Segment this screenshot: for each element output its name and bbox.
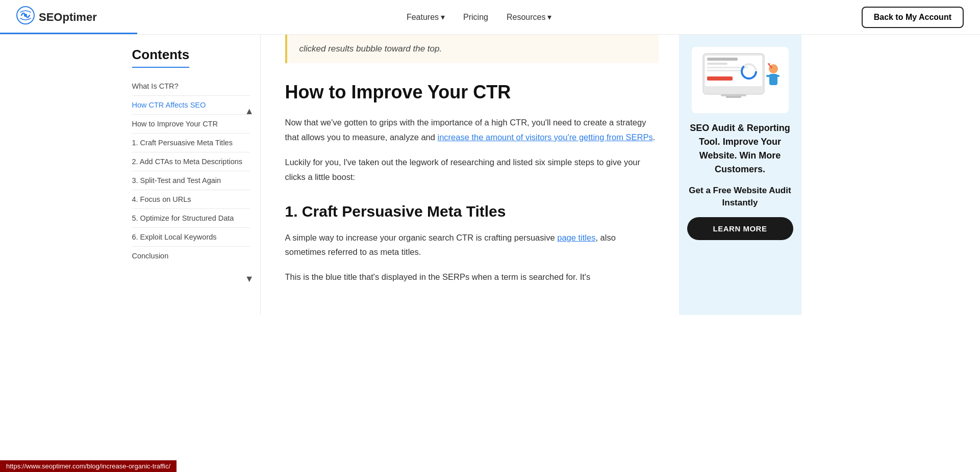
toc-list: What Is CTR? How CTR Affects SEO How to … [132, 77, 250, 265]
toc-item-how-to-improve[interactable]: How to Improve Your CTR [132, 115, 250, 134]
toc-item-focus-urls[interactable]: 4. Focus on URLs [132, 190, 250, 209]
sub-paragraph-2: This is the blue title that's displayed … [285, 270, 659, 284]
intro-text-end: . [653, 133, 656, 142]
ad-panel: SEO Audit & Reporting Tool. Improve Your… [679, 35, 801, 315]
ad-illustration [692, 47, 789, 113]
svg-rect-10 [707, 76, 733, 81]
section-heading: How to Improve Your CTR [285, 82, 659, 103]
toc-item-how-ctr-affects-seo[interactable]: How CTR Affects SEO [132, 96, 250, 115]
scroll-down-icon[interactable]: ▼ [245, 274, 254, 284]
table-of-contents: Contents ▲ What Is CTR? How CTR Affects … [118, 35, 261, 315]
toc-item-conclusion[interactable]: Conclusion [132, 247, 250, 265]
intro-paragraph-1: Now that we've gotten to grips with the … [285, 115, 659, 145]
serps-link[interactable]: increase the amount of visitors you're g… [438, 133, 653, 142]
learn-more-button[interactable]: LEARN MORE [687, 217, 793, 240]
intro-paragraph-2: Luckily for you, I've taken out the legw… [285, 155, 659, 185]
nav-features[interactable]: Features ▾ [407, 12, 445, 22]
svg-rect-7 [707, 70, 743, 71]
sub-text-start: A simple way to increase your organic se… [285, 233, 558, 242]
svg-point-1 [24, 14, 27, 17]
callout-block: clicked results bubble toward the top. [285, 35, 659, 63]
callout-text: clicked results bubble toward the top. [299, 44, 442, 54]
logo-text: SEOptimer [39, 11, 97, 24]
main-nav: Features ▾ Pricing Resources ▾ [407, 12, 552, 22]
toc-item-add-ctas[interactable]: 2. Add CTAs to Meta Descriptions [132, 152, 250, 171]
header-accent-border [0, 33, 980, 34]
main-article: clicked results bubble toward the top. H… [261, 35, 679, 315]
chevron-down-icon: ▾ [547, 12, 551, 22]
svg-rect-4 [707, 58, 738, 61]
back-to-account-button[interactable]: Back to My Account [862, 7, 964, 28]
svg-rect-5 [707, 63, 727, 65]
page-layout: Contents ▲ What Is CTR? How CTR Affects … [118, 35, 863, 315]
nav-resources[interactable]: Resources ▾ [507, 12, 551, 22]
ad-cta-text: Get a Free Website Audit Instantly [687, 185, 793, 209]
chevron-down-icon: ▾ [441, 12, 445, 22]
toc-title: Contents [132, 47, 190, 68]
sub-paragraph-1: A simple way to increase your organic se… [285, 230, 659, 260]
logo-icon [16, 6, 35, 28]
toc-item-split-test[interactable]: 3. Split-Test and Test Again [132, 171, 250, 190]
toc-item-exploit-local[interactable]: 6. Exploit Local Keywords [132, 228, 250, 247]
svg-rect-13 [766, 75, 771, 77]
ad-description: SEO Audit & Reporting Tool. Improve Your… [687, 121, 793, 176]
page-titles-link[interactable]: page titles [557, 233, 595, 242]
scroll-up-icon[interactable]: ▲ [245, 106, 254, 117]
svg-rect-16 [721, 94, 746, 96]
toc-item-craft-persuasive[interactable]: 1. Craft Persuasive Meta Titles [132, 134, 250, 152]
nav-pricing[interactable]: Pricing [463, 13, 488, 22]
sub-section-heading: 1. Craft Persuasive Meta Titles [285, 203, 659, 220]
toc-item-structured-data[interactable]: 5. Optimize for Structured Data [132, 209, 250, 228]
site-header: SEOptimer Features ▾ Pricing Resources ▾… [0, 0, 980, 35]
svg-rect-14 [774, 75, 780, 77]
svg-rect-17 [726, 96, 741, 98]
toc-item-what-is-ctr[interactable]: What Is CTR? [132, 77, 250, 96]
logo-area: SEOptimer [16, 6, 97, 28]
